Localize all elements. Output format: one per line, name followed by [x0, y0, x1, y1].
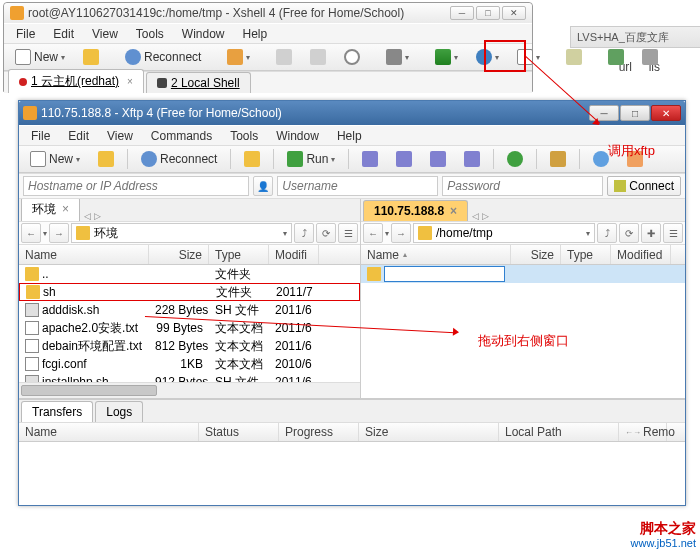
- new-button[interactable]: New▾: [23, 148, 87, 170]
- menu-view[interactable]: View: [84, 25, 126, 43]
- menu-edit[interactable]: Edit: [60, 127, 97, 145]
- col-name[interactable]: Name ▴: [361, 245, 511, 264]
- list-item[interactable]: [361, 265, 685, 283]
- menu-help[interactable]: Help: [235, 25, 276, 43]
- menu-commands[interactable]: Commands: [143, 127, 220, 145]
- find-button[interactable]: [337, 46, 367, 68]
- list-item[interactable]: apache2.0安装.txt99 Bytes文本文档2011/6: [19, 319, 360, 337]
- list-item[interactable]: sh文件夹2011/7: [19, 283, 360, 301]
- col-size[interactable]: Size: [511, 245, 561, 264]
- col-remote[interactable]: ←→Remo: [619, 423, 667, 441]
- session-tab-2[interactable]: 2 Local Shell: [146, 72, 251, 93]
- col-modified[interactable]: Modified: [611, 245, 671, 264]
- xshell-titlebar[interactable]: root@AY110627031419c:/home/tmp - Xshell …: [4, 3, 532, 23]
- transfer-btn-4[interactable]: [457, 148, 487, 170]
- maximize-button[interactable]: □: [620, 105, 650, 121]
- new-folder-button[interactable]: [237, 148, 267, 170]
- reconnect-button[interactable]: Reconnect: [118, 46, 208, 68]
- color-button[interactable]: ▾: [428, 46, 465, 68]
- refresh-button[interactable]: ⟳: [316, 223, 336, 243]
- run-button[interactable]: Run▾: [280, 148, 342, 170]
- tool-btn-1[interactable]: ▾: [220, 46, 257, 68]
- tab-logs[interactable]: Logs: [95, 401, 143, 422]
- transfer-btn-1[interactable]: [355, 148, 385, 170]
- col-name[interactable]: Name: [19, 423, 199, 441]
- tab-transfers[interactable]: Transfers: [21, 401, 93, 422]
- new-folder-rename-input[interactable]: [384, 266, 505, 282]
- menu-file[interactable]: File: [8, 25, 43, 43]
- view-button[interactable]: ☰: [338, 223, 358, 243]
- transfer-btn-3[interactable]: [423, 148, 453, 170]
- col-localpath[interactable]: Local Path: [499, 423, 619, 441]
- view-button[interactable]: ☰: [663, 223, 683, 243]
- list-item[interactable]: ..文件夹: [19, 265, 360, 283]
- local-file-list[interactable]: ..文件夹sh文件夹2011/7adddisk.sh228 BytesSH 文件…: [19, 265, 360, 382]
- transfer-btn-2[interactable]: [389, 148, 419, 170]
- back-button[interactable]: ←: [363, 223, 383, 243]
- col-size[interactable]: Size: [149, 245, 209, 264]
- transfers-list[interactable]: [19, 442, 685, 477]
- hostname-input[interactable]: [23, 176, 249, 196]
- close-button[interactable]: ✕: [502, 6, 526, 20]
- reconnect-button[interactable]: Reconnect: [134, 148, 224, 170]
- menu-edit[interactable]: Edit: [45, 25, 82, 43]
- menu-help[interactable]: Help: [329, 127, 370, 145]
- close-tab-icon[interactable]: ×: [450, 204, 457, 218]
- up-button[interactable]: ⤴: [597, 223, 617, 243]
- forward-button[interactable]: →: [391, 223, 411, 243]
- list-item[interactable]: debain环境配置.txt812 Bytes文本文档2011/6: [19, 337, 360, 355]
- list-item[interactable]: fcgi.conf1KB文本文档2010/6: [19, 355, 360, 373]
- close-button[interactable]: ✕: [651, 105, 681, 121]
- col-progress[interactable]: Progress: [279, 423, 359, 441]
- menu-view[interactable]: View: [99, 127, 141, 145]
- forward-button[interactable]: →: [49, 223, 69, 243]
- col-type[interactable]: Type: [561, 245, 611, 264]
- remote-path-field[interactable]: /home/tmp▾: [413, 223, 595, 243]
- open-button[interactable]: [76, 46, 106, 68]
- menu-window[interactable]: Window: [174, 25, 233, 43]
- tool-btn-9[interactable]: [635, 46, 665, 68]
- username-input[interactable]: [277, 176, 438, 196]
- col-name[interactable]: Name: [19, 245, 149, 264]
- xftp-titlebar[interactable]: 110.75.188.8 - Xftp 4 (Free for Home/Sch…: [19, 101, 685, 125]
- paste-button[interactable]: [303, 46, 333, 68]
- tab-nav-icon[interactable]: ◁ ▷: [84, 211, 101, 221]
- col-size[interactable]: Size: [359, 423, 499, 441]
- minimize-button[interactable]: ─: [450, 6, 474, 20]
- sync-button[interactable]: [500, 148, 530, 170]
- menu-window[interactable]: Window: [268, 127, 327, 145]
- col-type[interactable]: Type: [209, 245, 269, 264]
- connect-button[interactable]: Connect: [607, 176, 681, 196]
- new-button[interactable]: New▾: [8, 46, 72, 68]
- back-button[interactable]: ←: [21, 223, 41, 243]
- options-button[interactable]: [543, 148, 573, 170]
- refresh-button[interactable]: ⟳: [619, 223, 639, 243]
- newf-button[interactable]: ✚: [641, 223, 661, 243]
- maximize-button[interactable]: □: [476, 6, 500, 20]
- remote-pane: 110.75.188.8× ◁ ▷ ←▾ → /home/tmp▾ ⤴ ⟳ ✚ …: [361, 199, 685, 398]
- close-tab-icon[interactable]: ×: [62, 202, 69, 216]
- close-tab-icon[interactable]: ×: [127, 76, 133, 87]
- remote-tab[interactable]: 110.75.188.8×: [363, 200, 468, 221]
- script-button[interactable]: [559, 46, 589, 68]
- list-item[interactable]: adddisk.sh228 BytesSH 文件2011/6: [19, 301, 360, 319]
- up-button[interactable]: ⤴: [294, 223, 314, 243]
- local-path-field[interactable]: 环境▾: [71, 223, 292, 243]
- list-item[interactable]: installphp.sh912 BytesSH 文件2011/6: [19, 373, 360, 382]
- folder-icon: [76, 226, 90, 240]
- col-modified[interactable]: Modifi: [269, 245, 319, 264]
- xftp-launch-button[interactable]: [601, 46, 631, 68]
- col-status[interactable]: Status: [199, 423, 279, 441]
- password-input[interactable]: [442, 176, 603, 196]
- menu-tools[interactable]: Tools: [222, 127, 266, 145]
- print-button[interactable]: ▾: [379, 46, 416, 68]
- xftp-menubar: File Edit View Commands Tools Window Hel…: [19, 125, 685, 145]
- session-tab-1[interactable]: 1 云主机(redhat)×: [8, 69, 144, 93]
- menu-tools[interactable]: Tools: [128, 25, 172, 43]
- copy-button[interactable]: [269, 46, 299, 68]
- open-button[interactable]: [91, 148, 121, 170]
- menu-file[interactable]: File: [23, 127, 58, 145]
- tab-nav-icon[interactable]: ◁ ▷: [472, 211, 489, 221]
- local-tab[interactable]: 环境×: [21, 199, 80, 221]
- horizontal-scrollbar[interactable]: [19, 382, 360, 398]
